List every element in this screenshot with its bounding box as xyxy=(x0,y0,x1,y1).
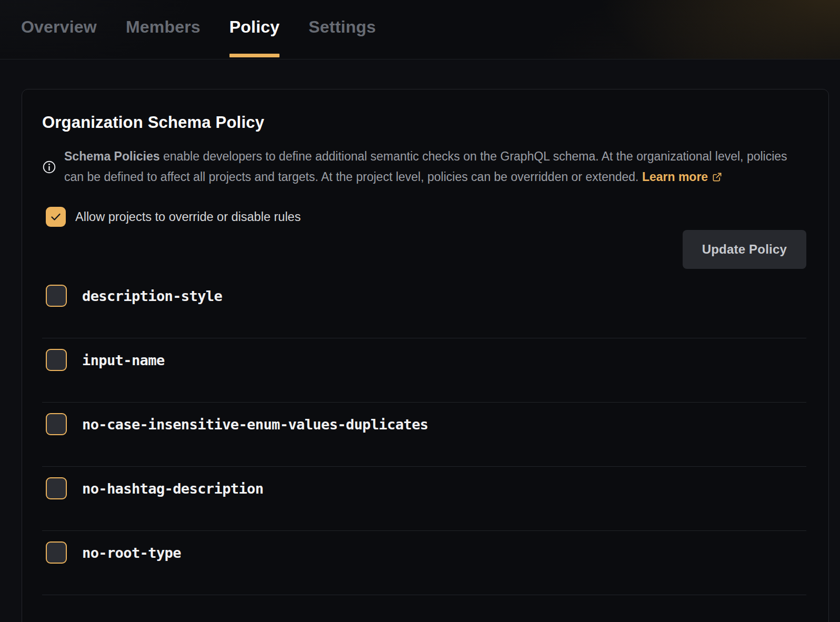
rule-row: no-case-insensitive-enum-values-duplicat… xyxy=(42,403,806,467)
rule-name: no-hashtag-description xyxy=(82,480,263,497)
update-policy-button[interactable]: Update Policy xyxy=(683,230,806,269)
info-circle-icon xyxy=(42,160,56,174)
rule-row: description-style xyxy=(42,274,806,338)
tab-settings[interactable]: Settings xyxy=(308,0,376,59)
allow-override-label: Allow projects to override or disable ru… xyxy=(75,210,301,224)
rule-name: input-name xyxy=(82,352,165,368)
policy-card: Organization Schema Policy Schema Polici… xyxy=(22,89,829,622)
rule-checkbox-no-root-type[interactable] xyxy=(46,541,67,564)
allow-override-row: Allow projects to override or disable ru… xyxy=(46,207,806,227)
tab-label: Overview xyxy=(21,17,97,37)
tab-label: Policy xyxy=(229,17,279,37)
external-link-icon[interactable] xyxy=(712,172,722,182)
rules-list: description-style input-name no-case-ins… xyxy=(42,274,806,595)
rule-checkbox-input-name[interactable] xyxy=(46,349,67,371)
tab-bar: Overview Members Policy Settings xyxy=(0,0,840,59)
rule-checkbox-no-case-insensitive-enum-values-duplicates[interactable] xyxy=(46,413,67,435)
rule-row: no-root-type xyxy=(42,531,806,595)
rule-row: input-name xyxy=(42,338,806,403)
tab-overview[interactable]: Overview xyxy=(21,0,97,59)
rule-checkbox-description-style[interactable] xyxy=(46,285,67,307)
tab-policy[interactable]: Policy xyxy=(229,0,279,59)
tab-members[interactable]: Members xyxy=(126,0,201,59)
policy-description: Schema Policies enable developers to def… xyxy=(64,146,791,187)
tab-label: Settings xyxy=(308,17,376,37)
rule-checkbox-no-hashtag-description[interactable] xyxy=(46,477,67,499)
description-lead: Schema Policies xyxy=(64,149,160,163)
rule-name: no-case-insensitive-enum-values-duplicat… xyxy=(82,416,428,433)
policy-description-row: Schema Policies enable developers to def… xyxy=(42,146,806,187)
allow-override-checkbox[interactable] xyxy=(46,207,66,227)
button-row: Update Policy xyxy=(42,230,806,269)
rule-name: description-style xyxy=(82,288,222,304)
rule-name: no-root-type xyxy=(82,545,181,561)
learn-more-link[interactable]: Learn more xyxy=(642,170,722,184)
rule-row: no-hashtag-description xyxy=(42,467,806,531)
tab-label: Members xyxy=(126,17,201,37)
check-icon xyxy=(49,210,62,223)
page-title: Organization Schema Policy xyxy=(42,113,806,132)
